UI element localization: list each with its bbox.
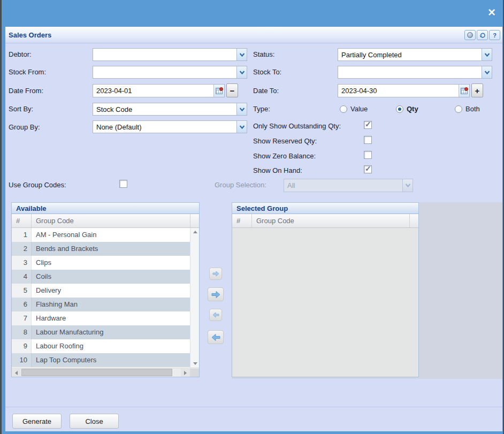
list-item[interactable]: 1AM - Personal Gain (12, 228, 190, 242)
generate-button[interactable]: Generate (12, 414, 62, 429)
calendar-icon[interactable] (459, 85, 469, 97)
dialog-body: Sales Orders ? Debtor: Stock From: Date … (5, 27, 502, 431)
scrollbar-corner (190, 369, 199, 377)
list-item[interactable]: 6Flashing Man (12, 298, 190, 311)
arrow-right-icon (212, 271, 219, 277)
chevron-down-icon[interactable] (482, 49, 492, 60)
available-panel-title: Available (16, 204, 47, 212)
arrow-right-icon (211, 291, 220, 299)
type-radio-value-label: Value (350, 105, 368, 113)
selected-panel-header: Selected Group (232, 202, 419, 214)
arrow-left-icon (211, 333, 220, 341)
close-button[interactable]: Close (70, 414, 119, 429)
debtor-select[interactable] (93, 48, 247, 61)
move-all-left-button[interactable] (208, 330, 224, 344)
show-reserved-qty-label: Show Reserved Qty: (253, 137, 317, 145)
type-radio-both[interactable] (455, 105, 462, 113)
horizontal-scrollbar[interactable] (12, 368, 199, 377)
chevron-down-icon[interactable] (236, 121, 247, 133)
type-radio-both-label: Both (465, 105, 480, 113)
panel-header: Sales Orders ? (5, 27, 502, 43)
move-selected-right-button[interactable] (209, 268, 222, 280)
date-to-label: Date To: (253, 87, 279, 95)
column-header-code[interactable]: Group Code (32, 214, 190, 227)
list-item[interactable]: 10Lap Top Computers (12, 353, 190, 367)
sort-by-select[interactable]: Stock Code (93, 103, 247, 116)
date-to-increment-button[interactable]: + (471, 83, 483, 97)
list-item[interactable]: 7Hardware (12, 311, 190, 325)
selected-grid: # Group Code (232, 214, 419, 377)
sort-by-label: Sort By: (9, 105, 33, 113)
vertical-scrollbar[interactable] (190, 228, 199, 368)
stock-from-select[interactable] (93, 66, 247, 79)
refresh-icon (479, 32, 486, 39)
chevron-down-icon[interactable] (236, 49, 247, 60)
only-show-outstanding-qty-label: Only Show Outstanding Qty: (253, 122, 341, 130)
gear-icon (467, 32, 473, 38)
type-radio-qty[interactable] (396, 105, 403, 113)
move-selected-left-button[interactable] (209, 309, 222, 321)
column-header-num[interactable]: # (12, 214, 32, 227)
available-grid: # Group Code 1AM - Personal Gain 2Bends … (11, 214, 200, 377)
selected-panel-title: Selected Group (236, 204, 288, 212)
show-reserved-qty-checkbox[interactable] (364, 136, 372, 144)
use-group-codes-label: Use Group Codes: (9, 181, 66, 189)
date-from-label: Date From: (9, 87, 43, 95)
list-item[interactable]: 2Bends and Brackets (12, 242, 190, 256)
calendar-icon[interactable] (213, 85, 224, 97)
scrollbar-thumb[interactable] (21, 369, 172, 376)
group-selection-select[interactable]: All (284, 179, 413, 192)
scroll-up-button[interactable] (190, 228, 200, 236)
scroll-left-button[interactable] (12, 369, 21, 377)
list-item[interactable]: 3Clips (12, 256, 190, 270)
show-zero-balance-checkbox[interactable] (364, 151, 372, 159)
settings-button[interactable] (464, 30, 476, 40)
available-panel-header: Available (11, 202, 200, 214)
selected-grid-header: # Group Code (232, 214, 418, 228)
scroll-right-button[interactable] (181, 369, 190, 377)
date-to-field[interactable]: 2023-04-30 (338, 84, 470, 97)
debtor-label: Debtor: (9, 50, 32, 58)
arrow-left-icon (212, 312, 219, 318)
show-zero-balance-label: Show Zero Balance: (253, 152, 316, 160)
list-item[interactable]: 8Labour Manufacturing (12, 325, 190, 339)
chevron-down-icon[interactable] (236, 103, 247, 115)
list-item[interactable]: 9Labour Roofing (12, 339, 190, 353)
group-by-select[interactable]: None (Default) (93, 120, 247, 133)
show-on-hand-checkbox[interactable] (364, 165, 372, 173)
column-header-code[interactable]: Group Code (252, 214, 410, 227)
refresh-button[interactable] (477, 30, 488, 40)
help-button[interactable]: ? (489, 30, 500, 40)
close-icon[interactable]: × (488, 6, 495, 19)
available-grid-header: # Group Code (12, 214, 199, 228)
chevron-down-icon[interactable] (236, 66, 247, 78)
stock-from-label: Stock From: (9, 68, 46, 76)
type-radio-qty-label: Qty (407, 105, 418, 113)
chevron-down-icon[interactable] (402, 179, 413, 192)
header-toolbar: ? (464, 30, 500, 40)
list-item[interactable]: 4Coils (12, 270, 190, 284)
date-from-field[interactable]: 2023-04-01 (93, 84, 225, 97)
sales-orders-window: × Sales Orders ? Debtor: Stock From: Dat… (0, 0, 504, 434)
group-by-label: Group By: (9, 123, 40, 131)
show-on-hand-label: Show On Hand: (253, 166, 302, 174)
stock-to-select[interactable] (338, 66, 492, 79)
date-from-decrement-button[interactable]: − (226, 83, 238, 97)
use-group-codes-checkbox[interactable] (119, 180, 127, 188)
type-label: Type: (253, 105, 270, 113)
stock-to-label: Stock To: (253, 68, 281, 76)
group-selection-label: Group Selection: (215, 181, 266, 189)
status-select[interactable]: Partially Completed (338, 48, 492, 61)
help-icon: ? (493, 32, 497, 39)
move-all-right-button[interactable] (208, 287, 224, 301)
chevron-down-icon[interactable] (482, 66, 492, 78)
scroll-down-button[interactable] (190, 360, 200, 368)
type-radio-value[interactable] (340, 105, 347, 113)
only-show-outstanding-qty-checkbox[interactable] (364, 121, 372, 129)
list-item[interactable]: 5Delivery (12, 284, 190, 298)
page-title: Sales Orders (9, 31, 51, 39)
column-header-num[interactable]: # (232, 214, 252, 227)
footer-divider (5, 407, 502, 407)
status-label: Status: (253, 50, 274, 58)
